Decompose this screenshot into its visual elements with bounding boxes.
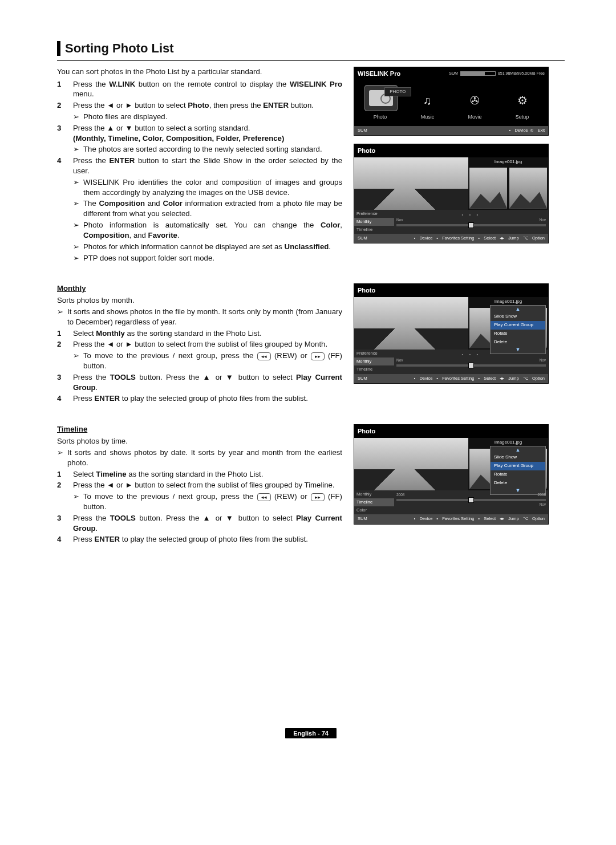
step-body: Press the W.LINK button on the remote co… xyxy=(73,79,342,100)
note-text: To move to the previous / next group, pr… xyxy=(83,491,342,512)
timeline-heading: Timeline xyxy=(57,424,342,434)
tools-item-highlight[interactable]: Play Current Group xyxy=(491,462,545,470)
menu-item-photo[interactable]: PHOTO Photo xyxy=(364,85,396,120)
step-body: Press the ◄ or ► button to select from t… xyxy=(73,339,342,371)
page-title: Sorting Photo List xyxy=(65,40,174,57)
menu-item-music[interactable]: ♫Music xyxy=(412,91,444,120)
step-number: 2 xyxy=(57,339,73,371)
storage-gauge xyxy=(460,71,496,76)
tools-item[interactable]: Slide Show xyxy=(491,312,545,321)
step-number: 1 xyxy=(57,79,73,100)
note-arrow-icon: ➢ xyxy=(73,177,83,198)
step-body: Press ENTER to play the selected group o… xyxy=(73,393,342,404)
sort-tabs: Preference Monthly Timeline xyxy=(354,210,394,234)
rewind-icon: ◂◂ xyxy=(257,493,271,501)
photo-preview xyxy=(354,438,468,490)
step-body: Press the ENTER button to start the Slid… xyxy=(73,156,342,263)
step-number: 3 xyxy=(57,372,73,393)
tab-preference[interactable]: Preference xyxy=(354,350,394,358)
tools-item[interactable]: Rotate xyxy=(491,330,545,338)
photo-preview xyxy=(354,297,468,350)
step-number: 2 xyxy=(57,100,73,122)
step-body: Press the ▲ or ▼ button to select a sort… xyxy=(73,123,342,155)
photo-thumbnails xyxy=(468,166,548,209)
tools-item-highlight[interactable]: Play Current Group xyxy=(491,321,545,330)
monthly-desc: Sorts photos by month. xyxy=(57,295,342,306)
note-arrow-icon: ➢ xyxy=(73,220,83,241)
note-arrow-icon: ➢ xyxy=(73,144,83,155)
note-text: PTP does not support folder sort mode. xyxy=(83,253,342,263)
screenshot-timeline-tools: Photo Image001.jpg ▲ Slide Show Play Cur… xyxy=(354,424,549,524)
tab-monthly[interactable]: Monthly xyxy=(354,490,394,498)
note-text: Photos for which information cannot be d… xyxy=(83,242,342,252)
note-arrow-icon: ➢ xyxy=(73,253,83,263)
monthly-steps: 1Select Monthly as the sorting standard … xyxy=(57,328,342,404)
tab-timeline[interactable]: Timeline xyxy=(354,226,394,234)
tab-preference[interactable]: Preference xyxy=(354,210,394,218)
ff-icon: ▸▸ xyxy=(311,493,325,501)
photo-title: Photo xyxy=(358,286,375,295)
step-body: Press the ◄ or ► button to select from t… xyxy=(73,480,342,511)
main-steps: 1 Press the W.LINK button on the remote … xyxy=(57,79,342,263)
wiselink-title: WISELINK Pro xyxy=(358,70,400,78)
screenshot-wiselink: WISELINK Pro SUM851.98MB/995.00MB Free P… xyxy=(354,67,549,136)
photo-title: Photo xyxy=(358,147,375,155)
step-number: 3 xyxy=(57,513,73,534)
tools-popup: ▲ Slide Show Play Current Group Rotate D… xyxy=(490,446,546,494)
step-number: 1 xyxy=(57,469,73,480)
page-footer: English - 74 xyxy=(57,728,565,738)
note-text: To move to the previous / next group, pr… xyxy=(83,351,342,371)
timeline-steps: 1Select Timeline as the sorting standard… xyxy=(57,469,342,545)
note-arrow-icon: ➢ xyxy=(57,307,67,327)
page-title-row: Sorting Photo List xyxy=(57,40,565,57)
note-text: It sorts and shows photos in the file by… xyxy=(67,307,342,327)
tab-timeline[interactable]: Timeline xyxy=(354,498,394,506)
step-body: Press ENTER to play the selected group o… xyxy=(73,534,342,545)
intro-text: You can sort photos in the Photo List by… xyxy=(57,67,342,77)
note-text: Photo information is automatically set. … xyxy=(83,220,342,241)
note-text: The photos are sorted according to the n… xyxy=(83,144,342,155)
note-arrow-icon: ➢ xyxy=(73,491,83,512)
step-number: 2 xyxy=(57,480,73,511)
tools-popup: ▲ Slide Show Play Current Group Rotate D… xyxy=(490,305,546,354)
photo-filename: Image001.jpg xyxy=(468,157,548,167)
sort-tabs: Monthly Timeline Color xyxy=(354,490,394,514)
tab-timeline[interactable]: Timeline xyxy=(354,365,394,373)
tab-color[interactable]: Color xyxy=(354,506,394,514)
rewind-icon: ◂◂ xyxy=(257,352,271,360)
music-icon: ♫ xyxy=(423,93,432,108)
note-text: Photo files are displayed. xyxy=(83,112,342,122)
title-bar xyxy=(57,41,60,56)
sort-tabs: Preference Monthly Timeline xyxy=(354,350,394,373)
tab-monthly[interactable]: Monthly xyxy=(354,218,394,226)
ff-icon: ▸▸ xyxy=(311,352,325,360)
tools-item[interactable]: Delete xyxy=(491,479,545,488)
note-arrow-icon: ➢ xyxy=(73,351,83,371)
gear-icon: ⚙ xyxy=(517,93,528,108)
step-body: Select Monthly as the sorting standard i… xyxy=(73,328,342,339)
movie-icon: ✇ xyxy=(470,93,480,108)
tools-item[interactable]: Delete xyxy=(491,338,545,347)
note-text: It sorts and shows photos by date. It so… xyxy=(67,448,342,468)
step-body: Press the TOOLS button. Press the ▲ or ▼… xyxy=(73,513,342,534)
step-number: 1 xyxy=(57,328,73,339)
menu-item-setup[interactable]: ⚙Setup xyxy=(506,91,538,120)
photo-preview xyxy=(354,157,468,210)
tab-monthly[interactable]: Monthly xyxy=(354,358,394,365)
menu-item-movie[interactable]: ✇Movie xyxy=(459,91,491,120)
title-divider xyxy=(57,60,565,61)
step-body: Press the TOOLS button. Press the ▲ or ▼… xyxy=(73,372,342,393)
tools-item[interactable]: Slide Show xyxy=(491,453,545,462)
step-body: Select Timeline as the sorting standard … xyxy=(73,469,342,480)
tools-item[interactable]: Rotate xyxy=(491,470,545,479)
step-body: Press the ◄ or ► button to select Photo,… xyxy=(73,100,342,122)
photo-badge: PHOTO xyxy=(384,87,411,97)
step-number: 3 xyxy=(57,123,73,155)
note-text: WISELINK Pro identifies the color and co… xyxy=(83,177,342,198)
step-number: 4 xyxy=(57,534,73,545)
monthly-heading: Monthly xyxy=(57,283,342,294)
step-number: 4 xyxy=(57,393,73,404)
timeline-desc: Sorts photos by time. xyxy=(57,436,342,446)
step-number: 4 xyxy=(57,156,73,263)
note-text: The Composition and Color information ex… xyxy=(83,198,342,219)
